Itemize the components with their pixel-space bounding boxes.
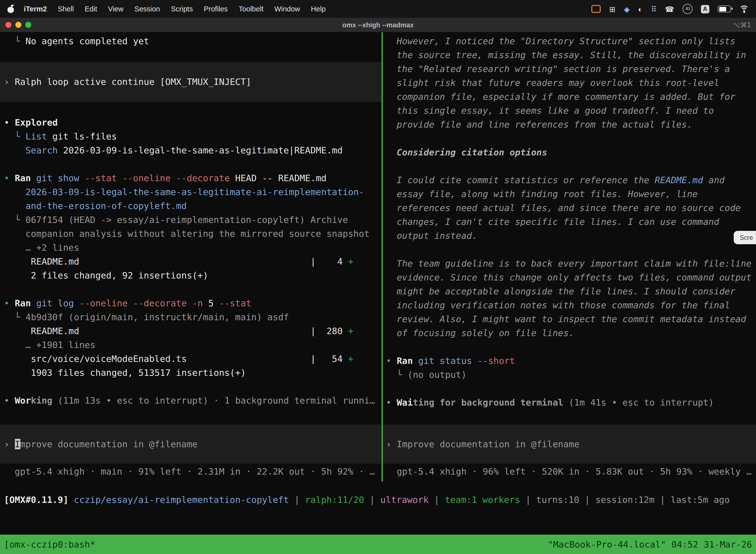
terminal-line: └ 067f154 (HEAD -> essay/ai-reimplementa… [0, 213, 381, 227]
tmux-host-clock: "MacBook-Pro-44.local" 04:52 31-Mar-26 [548, 539, 752, 550]
terminal-line: └ List git ls-files [0, 129, 381, 144]
highlight-box: › Ralph loop active continue [OMX_TMUX_I… [0, 62, 381, 102]
blank-line [383, 131, 756, 146]
blank-line [0, 157, 381, 171]
left-pane-lines: └ No agents completed yet› Ralph loop ac… [0, 34, 381, 407]
terminal-line: • Ran git log --oneline --decorate -n 5 … [0, 296, 381, 310]
terminal-line: … +1901 lines [0, 338, 381, 352]
terminal-line: of focusing solely on file lines. [383, 326, 756, 340]
menu-item-window[interactable]: Window [269, 5, 305, 13]
blank-line [383, 382, 756, 396]
tmux-status-bar: [omx-cczip0:bash* "MacBook-Pro-44.local"… [0, 535, 756, 554]
screen-recording-icon[interactable] [591, 5, 601, 13]
screen: iTerm2ShellEditViewSessionScriptsProfile… [0, 0, 756, 554]
terminal-line: README.md | 280 + [0, 324, 381, 338]
left-input-line[interactable]: › Improve documentation in @filename [0, 437, 197, 451]
terminal-line: companion analysis without altering the … [0, 227, 381, 241]
terminal-line: README.md | 4 + [0, 255, 381, 269]
tmux-session-label: [omx-cczip0:bash* [4, 539, 95, 550]
macos-menu-bar: iTerm2ShellEditViewSessionScriptsProfile… [0, 0, 756, 18]
terminal-line: evidence. Since this change only affects… [383, 271, 756, 284]
blank-line [383, 340, 756, 354]
menu-item-session[interactable]: Session [129, 5, 166, 13]
terminal-line: references need actual files, and since … [383, 201, 756, 215]
terminal-line: • Ran git show --stat --oneline --decora… [0, 171, 381, 185]
terminal-window: └ No agents completed yet› Ralph loop ac… [0, 32, 756, 554]
terminal-line: src/voice/voiceModeEnabled.ts | 54 + [0, 352, 381, 366]
working-status-line: • Working (11m 13s • esc to interrupt) ·… [0, 394, 381, 407]
left-pane[interactable]: └ No agents completed yet› Ralph loop ac… [0, 32, 381, 482]
minimize-button[interactable] [15, 22, 21, 28]
terminal-line: 2 files changed, 92 insertions(+) [0, 269, 381, 282]
screen-overlay-tab[interactable]: Scre [734, 231, 756, 244]
right-status-line: gpt-5.4 xhigh · 96% left · 520K in · 5.8… [383, 465, 756, 479]
left-status-line: gpt-5.4 xhigh · main · 91% left · 2.31M … [0, 465, 381, 479]
terminal-line: provide file and line references from th… [383, 118, 756, 131]
terminal-line: … +2 lines [0, 241, 381, 255]
close-button[interactable] [5, 22, 11, 28]
terminal-line: essay file, along with finding root file… [383, 187, 756, 201]
right-pane[interactable]: However, I noticed the "Directory Struct… [383, 32, 756, 482]
terminal-line: might be acceptable alongside the file l… [383, 284, 756, 298]
window-title-bar: omx --xhigh --madmax ⌥⌘1 [0, 18, 756, 32]
terminal-line: └ (no output) [383, 368, 756, 382]
terminal-line: including verification notes with those … [383, 298, 756, 312]
terminal-line: I could cite commit statistics or refere… [383, 173, 756, 187]
blank-line [0, 48, 381, 62]
terminal-line: and-the-erosion-of-copyleft.md [0, 199, 381, 213]
inject-notice-line: › Ralph loop active continue [OMX_TMUX_I… [0, 75, 381, 89]
battery-icon[interactable] [718, 5, 731, 12]
window-shortcut-badge: ⌥⌘1 [733, 21, 756, 29]
terminal-line: the source tree, missing the essay. Stil… [383, 48, 756, 62]
raycast-icon[interactable]: ◆ [624, 5, 630, 13]
panes-row: └ No agents completed yet› Ralph loop ac… [0, 32, 756, 482]
terminal-line: slight risk that future readers may over… [383, 76, 756, 90]
terminal-line: 1903 files changed, 513517 insertions(+) [0, 366, 381, 380]
menu-item-help[interactable]: Help [306, 5, 331, 13]
terminal-line: • Ran git status --short [383, 354, 756, 368]
blank-line [0, 282, 381, 296]
terminal-line: Search 2026-03-09-is-legal-the-same-as-l… [0, 144, 381, 157]
left-input-box[interactable]: › Improve documentation in @filename [0, 425, 381, 464]
terminal-line: The team guideline is to back every impo… [383, 257, 756, 271]
window-grid-icon[interactable]: ⊞ [609, 5, 615, 13]
menu-item-edit[interactable]: Edit [79, 5, 103, 13]
left-status-row: gpt-5.4 xhigh · main · 91% left · 2.31M … [0, 465, 381, 479]
right-pane-lines: However, I noticed the "Directory Struct… [383, 34, 756, 409]
blank-line [0, 380, 381, 394]
terminal-line: However, I noticed the "Directory Struct… [383, 34, 756, 48]
app-circle-icon[interactable]: ◐ [638, 5, 643, 13]
left-pane-spacer [0, 407, 381, 425]
thinking-heading-line: Considering citation options [383, 146, 756, 159]
terminal-line: the "Related research writing" section i… [383, 62, 756, 76]
menu-item-toolbelt[interactable]: Toolbelt [233, 5, 269, 13]
terminal-line: └ 4b9d30f (origin/main, instructkr/main,… [0, 310, 381, 324]
terminal-line: review. Also, I might want to inspect th… [383, 312, 756, 326]
terminal-line: changes, I can't cite specific file line… [383, 215, 756, 229]
traffic-lights [0, 22, 31, 28]
input-source-icon[interactable]: A [701, 5, 709, 13]
dots-grid-icon[interactable]: ⠿ [651, 5, 656, 13]
status-icons: ⊞◆◐⠿☎.61A [591, 4, 749, 14]
right-status-row: gpt-5.4 xhigh · 96% left · 520K in · 5.8… [383, 465, 756, 479]
menu-item-view[interactable]: View [103, 5, 129, 13]
apple-menu-icon[interactable] [7, 4, 14, 13]
window-title: omx --xhigh --madmax [0, 21, 756, 29]
blank-line [383, 159, 756, 173]
menu-item-scripts[interactable]: Scripts [166, 5, 198, 13]
menu-item-profiles[interactable]: Profiles [198, 5, 233, 13]
blank-line [0, 102, 381, 116]
battery-percentage-icon[interactable]: .61 [683, 4, 693, 14]
menu-item-iterm2[interactable]: iTerm2 [18, 5, 52, 13]
menu-items: iTerm2ShellEditViewSessionScriptsProfile… [18, 5, 331, 13]
wifi-icon[interactable] [739, 5, 749, 13]
right-input-line[interactable]: › Improve documentation in @filename [383, 437, 579, 451]
terminal-line: 2026-03-09-is-legal-the-same-as-legitima… [0, 185, 381, 199]
terminal-line: companion file, especially if more comme… [383, 90, 756, 104]
terminal-line: output instead. [383, 229, 756, 243]
zoom-button[interactable] [25, 22, 31, 28]
right-input-box[interactable]: › Improve documentation in @filename [383, 425, 756, 464]
menu-item-shell[interactable]: Shell [52, 5, 79, 13]
right-pane-spacer [383, 409, 756, 425]
phone-icon[interactable]: ☎ [665, 5, 674, 13]
